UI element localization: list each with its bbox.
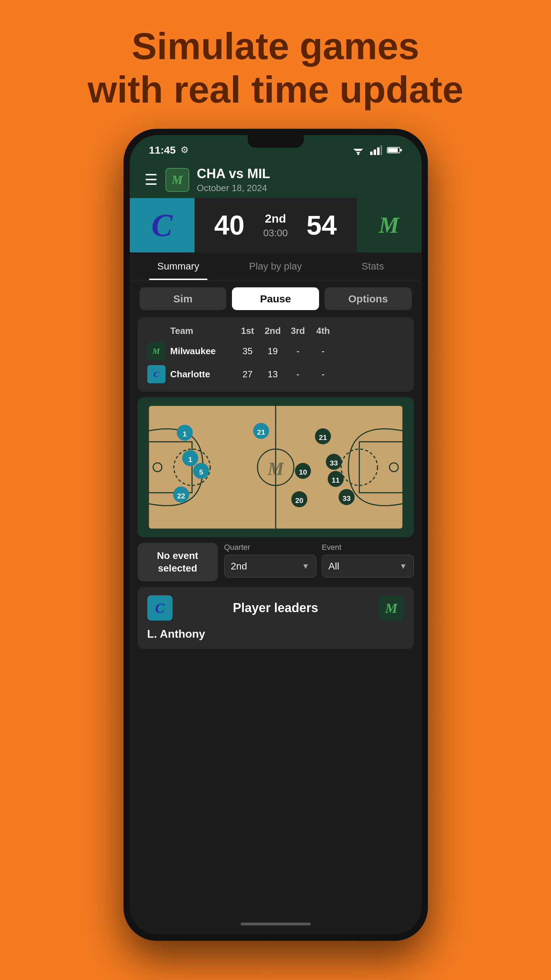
svg-rect-9 [388,148,398,152]
leaders-title: Player leaders [233,601,318,615]
no-event-box: No eventselected [138,543,218,581]
status-time: 11:45 [149,144,176,156]
tab-summary[interactable]: Summary [130,252,227,280]
tab-play-by-play[interactable]: Play by play [227,252,324,280]
svg-rect-10 [400,149,402,151]
court-container: M 1 1 5 22 21 [138,397,414,537]
quarter-info: 2nd 03:00 [263,212,287,239]
signal-icon [370,145,382,155]
tab-stats[interactable]: Stats [324,252,422,280]
phone-shell: 11:45 ⚙ [124,129,428,941]
cha-leaders-logo: C [147,595,173,620]
page-headline: Simulate games with real time update [87,24,463,111]
quarter-dropdown[interactable]: Quarter 2nd ▼ [224,543,316,578]
svg-text:21: 21 [319,434,327,442]
wifi-icon [352,145,365,155]
table-row-charlotte: C Charlotte 27 13 - - [147,365,404,383]
battery-icon [387,146,402,154]
match-title: CHA vs MIL [197,166,270,181]
svg-text:5: 5 [199,468,203,476]
col-1st-header: 1st [235,326,260,336]
event-value: All [329,561,339,572]
event-selector: No eventselected Quarter 2nd ▼ [138,543,414,581]
settings-icon: ⚙ [181,145,189,155]
svg-text:22: 22 [177,492,185,500]
event-dropdown[interactable]: Event All ▼ [322,543,414,578]
mil-leaders-logo: M [379,595,404,620]
svg-rect-7 [381,145,382,155]
svg-rect-4 [370,151,373,155]
header-text: CHA vs MIL October 18, 2024 [197,166,270,194]
pause-button[interactable]: Pause [232,287,319,310]
app-header: ☰ M CHA vs MIL October 18, 2024 [130,161,422,198]
svg-text:20: 20 [295,496,303,505]
quarter-label: Quarter [224,543,316,552]
svg-text:33: 33 [330,459,338,467]
home-indicator [241,923,311,925]
away-score: 54 [306,209,337,241]
team-left: C [130,198,195,252]
match-date: October 18, 2024 [197,183,270,194]
headline-line2: with real time update [87,68,463,111]
dropdowns-container: Quarter 2nd ▼ Event All ▼ [224,543,414,578]
svg-text:21: 21 [257,428,265,436]
col-4th-header: 4th [311,326,336,336]
svg-text:1: 1 [183,430,187,438]
cha-logo-score: C [151,207,173,243]
sim-button[interactable]: Sim [140,287,227,310]
headline-line1: Simulate games [132,25,419,67]
leaders-header: C Player leaders M [147,595,404,620]
bottom-bar [130,913,422,934]
svg-rect-5 [374,150,376,155]
player-leaders: C Player leaders M L. Anthony [138,587,414,649]
score-middle: 40 2nd 03:00 54 [195,198,357,252]
player-name: L. Anthony [147,628,404,641]
tabs-bar: Summary Play by play Stats [130,252,422,280]
table-row-milwaukee: M Milwaukee 35 19 - - [147,342,404,360]
svg-point-3 [357,153,359,155]
quarter-time: 03:00 [263,228,287,239]
svg-text:11: 11 [331,476,339,484]
team-logo-header: M [165,168,189,192]
quarter-chevron-icon: ▼ [302,562,310,571]
controls-bar: Sim Pause Options [130,280,422,317]
team-right: M [357,198,422,252]
svg-text:1: 1 [188,455,192,463]
event-chevron-icon: ▼ [400,562,407,571]
quarter-label: 2nd [263,212,287,225]
score-table: Team 1st 2nd 3rd 4th M Milwaukee 35 19 -… [138,317,414,391]
home-score: 40 [214,209,245,241]
quarter-value: 2nd [231,561,247,572]
svg-text:M: M [267,459,284,479]
svg-rect-6 [377,147,380,155]
menu-icon[interactable]: ☰ [144,171,158,188]
col-2nd-header: 2nd [260,326,286,336]
svg-text:10: 10 [299,468,307,476]
event-label: Event [322,543,414,552]
col-team-header: Team [170,326,235,336]
options-button[interactable]: Options [325,287,412,310]
svg-text:33: 33 [343,494,351,502]
score-area: C 40 2nd 03:00 54 M [130,198,422,252]
col-3rd-header: 3rd [286,326,311,336]
mil-logo-score: M [379,212,399,239]
no-event-text: No eventselected [157,549,198,575]
phone-screen: 11:45 ⚙ [130,135,422,934]
court-svg: M 1 1 5 22 21 [138,397,414,537]
